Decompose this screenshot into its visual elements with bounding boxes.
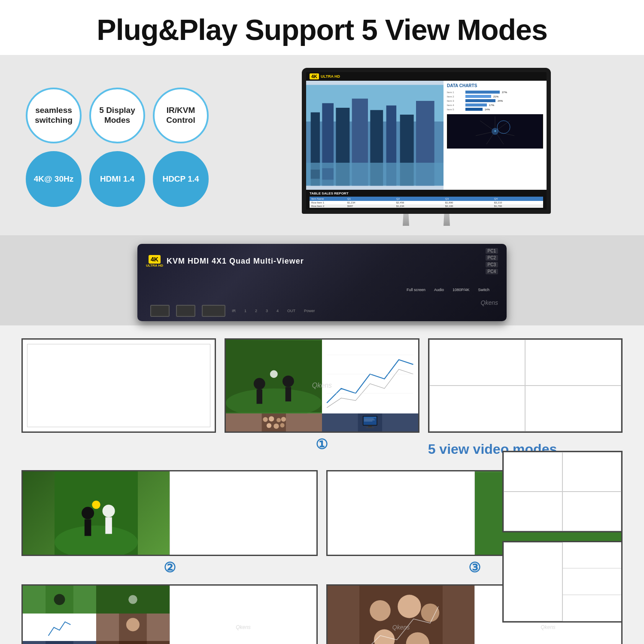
svg-rect-48 xyxy=(364,417,376,418)
tv-stand-legs xyxy=(302,214,551,226)
mode5-left: Qkens xyxy=(328,586,474,644)
tv-leg-right xyxy=(444,214,450,226)
device-section: 4K ULTRA HD KVM HDMI 4X1 Quad Multi-View… xyxy=(0,235,644,325)
right-bottom-grid xyxy=(502,541,623,623)
svg-point-38 xyxy=(276,418,281,422)
resolution-btn[interactable]: 1080P/4K xyxy=(453,288,470,292)
svg-rect-29 xyxy=(286,387,291,401)
right-b-r3 xyxy=(563,595,621,621)
header-section: Plug&Play Support 5 View Modes xyxy=(0,0,644,55)
device-name: KVM HDMI 4X1 Quad Multi-Viewer xyxy=(167,257,304,266)
mode5-watermark-l: Qkens xyxy=(392,624,410,631)
logo-ultrahd: ULTRA HD xyxy=(146,264,163,267)
svg-point-37 xyxy=(269,416,274,421)
empty-quad-frame xyxy=(428,338,623,433)
right-cell-1 xyxy=(504,452,562,492)
usb-port-1 xyxy=(150,305,170,317)
badge-ir-kvm: IR/KVM Control xyxy=(153,88,209,143)
mode-right-panel: 5 view video modes xyxy=(428,338,623,462)
svg-rect-76 xyxy=(46,614,73,641)
right-empty-modes xyxy=(502,451,623,623)
svg-rect-57 xyxy=(105,517,112,534)
badge-4k: 4K@ 30Hz xyxy=(26,151,82,207)
svg-rect-79 xyxy=(46,641,73,644)
mode2-right xyxy=(170,471,316,555)
mode1-quad-container: Qkens ① xyxy=(225,338,419,453)
tv-leg-left xyxy=(403,214,409,226)
pc1-label: PC1 xyxy=(486,248,498,254)
svg-point-42 xyxy=(280,423,285,427)
svg-point-88 xyxy=(421,604,440,622)
mode4-right: Qkens xyxy=(170,586,316,644)
svg-point-54 xyxy=(82,507,94,519)
mode4-watermark: Qkens xyxy=(236,624,251,630)
mode2-frame xyxy=(21,470,318,556)
tv-right-panel: DATA CHARTS Item 127% Item 221% Item 324… xyxy=(444,81,547,190)
svg-text:✦: ✦ xyxy=(494,129,497,133)
svg-rect-47 xyxy=(366,427,374,428)
port-4: 4 xyxy=(276,309,279,313)
pc3-label: PC3 xyxy=(486,262,498,267)
svg-point-26 xyxy=(254,378,265,389)
tv-left-panel xyxy=(306,81,444,190)
right-cell-2 xyxy=(562,452,621,492)
svg-point-39 xyxy=(281,417,286,422)
svg-rect-50 xyxy=(364,419,375,420)
mode1-container xyxy=(21,338,216,433)
data-charts-title: DATA CHARTS xyxy=(447,83,543,88)
mode1-frame xyxy=(21,338,216,433)
svg-rect-49 xyxy=(364,419,374,419)
svg-point-75 xyxy=(128,595,137,604)
svg-point-86 xyxy=(370,600,391,621)
tv-container: 4K ULTRA HD xyxy=(234,68,618,227)
svg-point-73 xyxy=(54,594,65,605)
usb-port-2 xyxy=(176,305,195,317)
view-modes-section: Qkens ① 5 view video modes xyxy=(0,325,644,644)
device-logo: 4K ULTRA HD KVM HDMI 4X1 Quad Multi-View… xyxy=(146,255,304,267)
device-top-row: 4K ULTRA HD KVM HDMI 4X1 Quad Multi-View… xyxy=(146,248,498,274)
mode4-frame: Qkens xyxy=(21,584,318,644)
page-title: Plug&Play Support 5 View Modes xyxy=(9,13,635,46)
tv-4k-label: 4K xyxy=(310,73,319,79)
empty-cell-1 xyxy=(429,340,526,386)
fullscreen-btn[interactable]: Full screen xyxy=(407,288,425,292)
city-svg xyxy=(306,81,444,190)
cell-faces-1 xyxy=(226,413,322,431)
svg-rect-82 xyxy=(119,641,147,644)
tv-top-bar: 4K ULTRA HD xyxy=(306,72,547,81)
empty-cell-3 xyxy=(429,386,526,431)
svg-point-41 xyxy=(274,423,279,428)
svg-point-78 xyxy=(126,618,140,631)
table-title: TABLE SALES REPORT xyxy=(310,191,543,195)
right-b-r1 xyxy=(563,542,621,568)
port-labels: IR 1 2 3 4 OUT Power xyxy=(232,309,315,313)
svg-point-40 xyxy=(267,423,271,428)
right-b-right xyxy=(562,542,621,621)
mode4-container: Qkens ④ xyxy=(21,584,318,644)
tv-content: DATA CHARTS Item 127% Item 221% Item 324… xyxy=(306,81,547,190)
feature-badges: seamless switching 5 Display Modes IR/KV… xyxy=(26,88,209,207)
svg-point-58 xyxy=(92,501,100,509)
logo-4k: 4K xyxy=(149,255,161,264)
cell-soccer-1 xyxy=(226,340,322,413)
svg-point-30 xyxy=(270,370,278,378)
mode4-left xyxy=(23,586,170,644)
out-port: OUT xyxy=(287,309,295,313)
switch-btn[interactable]: Switch xyxy=(478,288,489,292)
badge-hdcp: HDCP 1.4 xyxy=(153,151,209,207)
mode2-left xyxy=(23,471,170,555)
svg-point-36 xyxy=(263,417,268,422)
ir-port: IR xyxy=(232,309,236,313)
pc4-label: PC4 xyxy=(486,269,498,274)
tv-table: TABLE SALES REPORT Item Name Q1 Q2 Q3 Q4… xyxy=(306,190,547,210)
mode5-watermark-r: Qkens xyxy=(541,624,556,630)
tv-body: 4K ULTRA HD xyxy=(302,68,551,214)
audio-btn[interactable]: Audio xyxy=(434,288,444,292)
mode1-number: ① xyxy=(316,436,328,453)
port-1: 1 xyxy=(244,309,246,313)
svg-rect-27 xyxy=(257,389,262,404)
port-3: 3 xyxy=(266,309,268,313)
mode3-number: ③ xyxy=(468,559,481,576)
svg-rect-31 xyxy=(322,340,418,413)
device-box: 4K ULTRA HD KVM HDMI 4X1 Quad Multi-View… xyxy=(137,244,507,321)
